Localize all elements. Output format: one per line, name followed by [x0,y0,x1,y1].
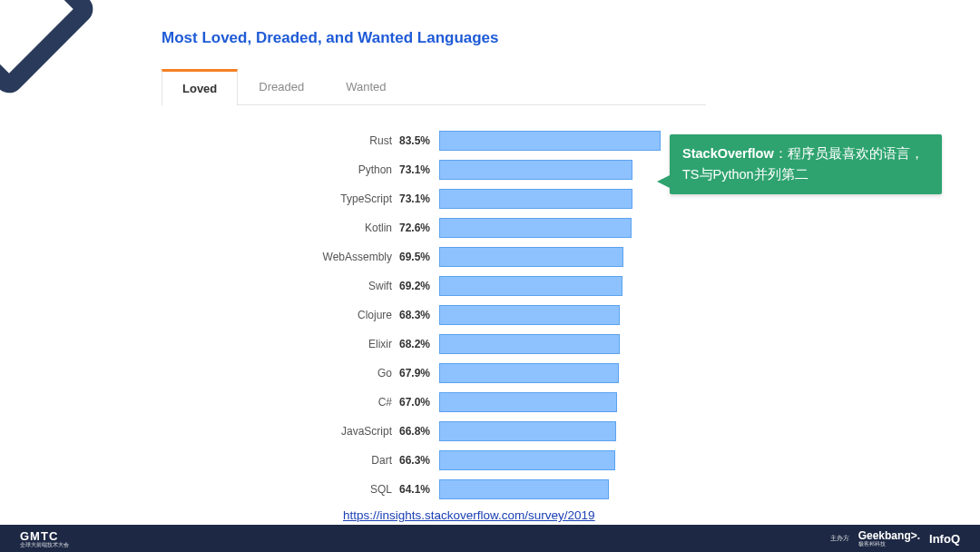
chart-row: C#67.0% [314,389,704,416]
tab-wanted[interactable]: Wanted [325,69,407,104]
chart-bar [439,305,620,325]
chart-category-label: Swift [314,280,399,292]
footer-brand-geekbang: Geekbang>. 极客邦科技 [858,530,920,547]
chart-category-label: Go [314,367,399,380]
chart-row: TypeScript73.1% [314,185,704,212]
footer-logo-sub: 全球大前端技术大会 [20,542,69,547]
chart-category-label: Rust [314,134,399,147]
chart-bar-track [439,421,704,441]
chart-value-label: 67.0% [399,396,439,409]
chart-bar [439,189,632,209]
chart-bar [439,131,661,151]
chart-value-label: 73.1% [399,192,439,205]
chart-value-label: 68.3% [399,309,439,321]
chart-value-label: 72.6% [399,222,439,234]
chart-bar-track [439,392,704,412]
chart-bar [439,160,632,180]
chart-bar-track [439,131,704,151]
chart-bar-track [439,218,704,238]
chart-category-label: Clojure [314,309,399,321]
chart-bar-track [439,276,704,296]
chart-category-label: JavaScript [314,425,399,438]
chart-category-label: TypeScript [314,192,399,205]
chart-row: Python73.1% [314,156,704,183]
chart-row: WebAssembly69.5% [314,243,704,271]
chart-bar [439,247,623,267]
footer: GMTC 全球大前端技术大会 主办方 Geekbang>. 极客邦科技 Info… [0,525,980,552]
chart-category-label: WebAssembly [314,251,399,263]
chart-row: JavaScript66.8% [314,418,704,445]
chart-bar-track [439,450,704,470]
chart-bar [439,450,615,470]
chart-row: Swift69.2% [314,272,704,300]
chart-bar-track [439,363,704,383]
chart-bar [439,363,619,383]
footer-left: GMTC 全球大前端技术大会 [20,530,69,547]
chart-row: Clojure68.3% [314,301,704,329]
chart-row: Go67.9% [314,360,704,387]
chart-bar-track [439,334,704,354]
footer-logo: GMTC [20,530,69,542]
chart-value-label: 66.3% [399,454,439,467]
chart-value-label: 83.5% [399,134,439,147]
chart-bar-track [439,189,704,209]
callout-bold: StackOverflow [682,146,774,161]
bar-chart: Rust83.5%Python73.1%TypeScript73.1%Kotli… [314,127,704,505]
chart-row: Elixir68.2% [314,330,704,358]
chart-value-label: 69.5% [399,251,439,263]
corner-decoration [0,0,99,99]
footer-right: 主办方 Geekbang>. 极客邦科技 InfoQ [830,530,960,547]
page-title: Most Loved, Dreaded, and Wanted Language… [162,29,499,47]
chart-value-label: 64.1% [399,483,439,496]
chart-row: Dart66.3% [314,447,704,474]
chart-bar [439,392,617,412]
chart-bar-track [439,479,704,499]
footer-host-label: 主办方 [830,534,849,543]
chart-value-label: 66.8% [399,425,439,438]
chart-value-label: 69.2% [399,280,439,292]
chart-bar [439,421,616,441]
chart-bar-track [439,247,704,267]
chart-row: Rust83.5% [314,127,704,154]
source-link[interactable]: https://insights.stackoverflow.com/surve… [343,508,595,522]
chart-category-label: Dart [314,454,399,467]
chart-bar [439,479,609,499]
tabs: LovedDreadedWanted [162,69,706,105]
chart-row: Kotlin72.6% [314,214,704,242]
chart-value-label: 68.2% [399,338,439,350]
chart-value-label: 67.9% [399,367,439,380]
chart-bar-track [439,305,704,325]
tab-dreaded[interactable]: Dreaded [238,69,325,104]
callout-annotation: StackOverflow：程序员最喜欢的语言，TS与Python并列第二 [670,134,942,194]
footer-brand-infoq: InfoQ [929,532,960,546]
chart-category-label: Elixir [314,338,399,350]
chart-row: SQL64.1% [314,476,704,503]
chart-category-label: SQL [314,483,399,496]
tab-loved[interactable]: Loved [162,69,238,105]
chart-bar [439,276,622,296]
chart-bar [439,218,632,238]
chart-category-label: Kotlin [314,222,399,234]
chart-value-label: 73.1% [399,163,439,176]
chart-category-label: C# [314,396,399,409]
chart-bar [439,334,620,354]
chart-category-label: Python [314,163,399,176]
